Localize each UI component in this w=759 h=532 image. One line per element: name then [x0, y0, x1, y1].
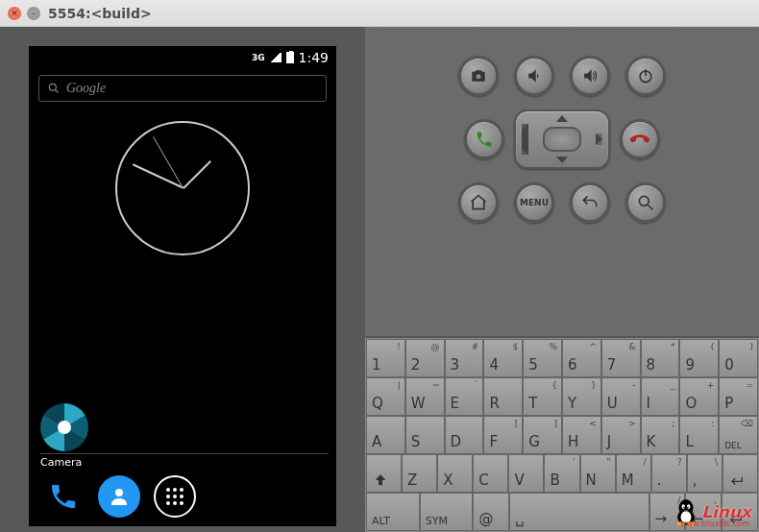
key-v[interactable]: V: [508, 454, 544, 493]
key-sym[interactable]: SYM: [420, 493, 474, 531]
key-x[interactable]: X: [437, 454, 473, 493]
key-h[interactable]: H<: [562, 416, 601, 454]
contacts-app-icon[interactable]: [98, 475, 140, 518]
key-k[interactable]: K;: [641, 416, 680, 454]
window-minimize-button[interactable]: –: [27, 7, 40, 20]
key-7[interactable]: 7&: [601, 339, 641, 377]
dpad-down[interactable]: [556, 157, 568, 163]
phone-screen[interactable]: 3G 1:49 Google Camera: [29, 46, 336, 526]
key-m[interactable]: M/: [616, 454, 651, 493]
svg-point-6: [639, 196, 649, 206]
key-comma-arrow[interactable]: ←,: [685, 493, 722, 531]
window-title: 5554:<build>: [48, 6, 152, 21]
phone-app-icon[interactable]: [42, 475, 85, 518]
key-l[interactable]: L:: [679, 416, 719, 454]
clock-hour-hand: [183, 160, 211, 189]
signal-icon: [270, 53, 282, 62]
key-g[interactable]: G]: [523, 416, 562, 454]
key-a[interactable]: A: [366, 416, 405, 454]
key-1[interactable]: 1!: [366, 339, 405, 377]
key-r[interactable]: R: [483, 377, 523, 416]
call-button[interactable]: [464, 119, 504, 159]
volume-up-button[interactable]: [570, 56, 610, 96]
key-9[interactable]: 9(: [679, 339, 719, 377]
key-b[interactable]: B': [544, 454, 579, 493]
camera-label: Camera: [40, 453, 329, 469]
dpad: [514, 109, 610, 169]
key-n[interactable]: N": [580, 454, 616, 493]
key-j[interactable]: J>: [601, 416, 641, 454]
key-enter2[interactable]: [722, 493, 758, 531]
analog-clock-widget[interactable]: [115, 121, 250, 255]
key-,[interactable]: ,\: [687, 454, 722, 493]
dpad-left[interactable]: [522, 124, 528, 155]
end-call-button[interactable]: [620, 119, 660, 159]
network-indicator: 3G: [252, 53, 265, 62]
key-q[interactable]: Q|: [366, 377, 405, 416]
key-space[interactable]: ␣: [509, 493, 649, 531]
key-slash-arrow[interactable]: →/: [649, 493, 686, 531]
key-del[interactable]: DEL⌫: [719, 416, 758, 454]
google-search-bar[interactable]: Google: [38, 75, 327, 102]
status-clock: 1:49: [299, 50, 329, 65]
camera-shortcut[interactable]: Camera: [40, 403, 329, 469]
key-2[interactable]: 2@: [405, 339, 445, 377]
key-0[interactable]: 0): [719, 339, 758, 377]
search-icon: [47, 82, 61, 95]
svg-point-3: [477, 74, 481, 79]
key-d[interactable]: D: [445, 416, 484, 454]
key-y[interactable]: Y}: [562, 377, 601, 416]
key-s[interactable]: S: [405, 416, 445, 454]
power-button[interactable]: [625, 56, 666, 96]
battery-icon: [286, 52, 294, 63]
key-z[interactable]: Z: [402, 454, 437, 493]
key-t[interactable]: T{: [523, 377, 562, 416]
key-shift[interactable]: [366, 454, 402, 493]
key-o[interactable]: O+: [679, 377, 719, 416]
key-f[interactable]: F[: [483, 416, 523, 454]
emulator-frame: 3G 1:49 Google Camera: [0, 27, 365, 532]
dock: [29, 472, 336, 520]
emulator-controls: MENU 1!2@3#4$5%6^7&8*9(0) Q|W~E`RT{Y}U-I…: [365, 27, 759, 532]
key-8[interactable]: 8*: [641, 339, 680, 377]
key-enter[interactable]: [722, 454, 758, 493]
key-at[interactable]: @: [473, 493, 509, 531]
window-close-button[interactable]: ✕: [8, 7, 21, 20]
key-3[interactable]: 3#: [445, 339, 484, 377]
key-6[interactable]: 6^: [562, 339, 601, 377]
key-u[interactable]: U-: [601, 377, 641, 416]
svg-point-0: [49, 84, 56, 90]
camera-icon: [40, 403, 88, 451]
app-drawer-icon[interactable]: [154, 475, 196, 518]
menu-button[interactable]: MENU: [514, 182, 554, 223]
dpad-up[interactable]: [556, 115, 568, 122]
home-button[interactable]: [458, 182, 499, 223]
svg-line-7: [649, 206, 653, 210]
dpad-center[interactable]: [543, 127, 581, 152]
svg-point-2: [115, 489, 123, 496]
menu-button-label: MENU: [520, 198, 549, 207]
key-alt[interactable]: ALT: [366, 493, 420, 531]
key-e[interactable]: E`: [445, 377, 484, 416]
status-bar: 3G 1:49: [29, 46, 336, 69]
window-titlebar: ✕ – 5554:<build>: [0, 0, 759, 27]
back-button[interactable]: [570, 182, 610, 223]
hardware-keyboard: 1!2@3#4$5%6^7&8*9(0) Q|W~E`RT{Y}U-I_O+P=…: [365, 336, 759, 532]
key-.[interactable]: .?: [651, 454, 687, 493]
key-i[interactable]: I_: [641, 377, 680, 416]
key-4[interactable]: 4$: [483, 339, 523, 377]
search-placeholder: Google: [66, 81, 106, 96]
camera-hw-button[interactable]: [458, 56, 499, 96]
key-w[interactable]: W~: [405, 377, 445, 416]
search-hw-button[interactable]: [625, 182, 666, 223]
svg-line-1: [56, 90, 59, 93]
key-p[interactable]: P=: [719, 377, 758, 416]
volume-down-button[interactable]: [514, 56, 554, 96]
dpad-right[interactable]: [596, 133, 602, 145]
key-5[interactable]: 5%: [523, 339, 562, 377]
key-c[interactable]: C: [473, 454, 508, 493]
